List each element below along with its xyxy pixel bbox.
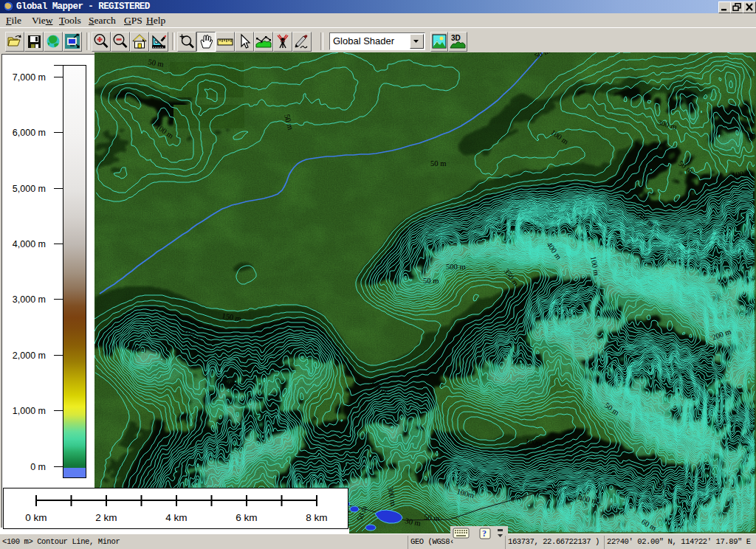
svg-text:50 m: 50 m	[423, 277, 439, 285]
svg-text:50 m: 50 m	[424, 513, 440, 522]
svg-text:4 km: 4 km	[165, 512, 187, 523]
svg-text:3,000 m: 3,000 m	[13, 294, 46, 305]
svg-text:0 m: 0 m	[30, 462, 46, 472]
svg-text:50 m: 50 m	[430, 159, 446, 168]
svg-text:0 km: 0 km	[25, 512, 47, 523]
svg-text:7,000 m: 7,000 m	[13, 72, 46, 83]
svg-text:8 km: 8 km	[306, 512, 327, 523]
svg-text:4,000 m: 4,000 m	[13, 239, 46, 249]
svg-text:3D: 3D	[451, 34, 461, 42]
svg-text:?: ?	[482, 528, 487, 539]
svg-text:2,000 m: 2,000 m	[13, 351, 46, 361]
svg-text:500 m: 500 m	[446, 263, 466, 271]
svg-text:6,000 m: 6,000 m	[13, 128, 46, 138]
svg-text:6 km: 6 km	[236, 512, 257, 523]
svg-text:1,000 m: 1,000 m	[13, 406, 46, 416]
svg-text:400: 400	[748, 132, 756, 140]
svg-text:5,000 m: 5,000 m	[13, 184, 46, 194]
svg-text:2 km: 2 km	[95, 512, 117, 523]
